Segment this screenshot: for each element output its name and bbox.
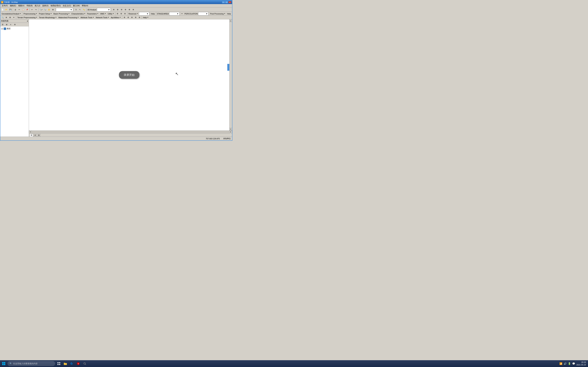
menu-watershed-processing[interactable]: Watershed Processing ▼ — [58, 16, 80, 19]
pan-btn[interactable]: ✋ — [47, 8, 51, 12]
menu-attribute-tools[interactable]: Attribute Tools ▼ — [80, 16, 95, 19]
contents-close-btn[interactable]: × — [27, 20, 28, 22]
record-start-button[interactable]: 录屏开始 — [119, 71, 139, 79]
geostatistical-arrow: ▼ — [20, 13, 21, 14]
ap-icon4[interactable]: ⚙ — [134, 16, 138, 19]
menu-aputilities[interactable]: ApUtilities ▼ — [110, 16, 122, 19]
utility-icon1[interactable]: ⚙ — [116, 12, 120, 16]
menu-bookmark[interactable]: 书签(B) — [25, 4, 34, 7]
map-area[interactable]: 录屏开始 ↖ — [29, 19, 229, 131]
postprocessing-label: Post Processing — [210, 13, 224, 15]
utility-icon2[interactable]: ⚙ — [120, 12, 123, 16]
tool2[interactable]: ⚙ — [116, 8, 120, 12]
menu-network-tools[interactable]: Network Tools ▼ — [95, 16, 110, 19]
menu-select[interactable]: 选择(S) — [41, 4, 50, 7]
redo-btn[interactable]: ↪ — [34, 8, 38, 12]
maximize-button[interactable]: □ — [225, 1, 228, 3]
menu-parameters[interactable]: Parameters ▼ — [86, 12, 99, 15]
scroll-down-btn[interactable]: ▼ — [230, 128, 232, 131]
tool6[interactable]: ⚙ — [131, 8, 135, 12]
menu-characteristics[interactable]: Characteristics ▼ — [70, 12, 86, 15]
open-btn[interactable]: 📂 — [5, 8, 8, 12]
cursor-indicator: ↖ — [175, 72, 179, 76]
arcmap-icon: A — [1, 1, 3, 3]
tool5[interactable]: ⚙ — [127, 8, 131, 12]
tool4[interactable]: ⚙ — [123, 8, 127, 12]
cut-btn[interactable]: ✂ — [17, 8, 21, 12]
save-btn[interactable]: 💾 — [9, 8, 12, 12]
terrain-icon4[interactable]: ✕ — [12, 16, 16, 19]
menu-terrain-morphology[interactable]: Terrain Morphology ▼ — [38, 16, 58, 19]
menu-utility[interactable]: Utility ▼ — [107, 12, 115, 15]
tool1[interactable]: ⚙ — [112, 8, 115, 12]
terrain-icon1[interactable]: 🔍 — [1, 16, 4, 19]
sep-g1 — [22, 12, 22, 15]
terrain-icon2[interactable]: ⊕ — [4, 16, 8, 19]
menu-geostatistical[interactable]: Geostatistical Analyst ▼ — [1, 12, 22, 15]
ap-icon5[interactable]: ⚙ — [138, 16, 141, 19]
menu-help-ext[interactable]: Help — [150, 12, 156, 15]
menu-help-post[interactable]: Help — [226, 12, 232, 15]
pencil-icon[interactable]: ✏ — [180, 12, 184, 16]
new-btn[interactable]: 📄 — [1, 8, 4, 12]
scale-dropdown[interactable]: ▼ — [56, 8, 73, 11]
close-button[interactable]: ✕ — [228, 1, 231, 3]
select-btn[interactable]: ↖ — [78, 8, 82, 12]
ap-icon1[interactable]: ⚙ — [122, 16, 126, 19]
menu-hms[interactable]: HMS ▼ — [99, 12, 107, 15]
contents-settings-btn[interactable]: ⚙ — [13, 23, 17, 26]
paste-btn[interactable]: 📌 — [25, 8, 29, 12]
basinprocessing-label: Basin Processing — [53, 13, 68, 15]
tab-source[interactable]: 来 — [33, 134, 37, 137]
menu-file[interactable]: 文件(F) — [1, 4, 9, 7]
menu-insert[interactable]: 插入(I) — [34, 4, 41, 7]
menu-geoprocessing[interactable]: 地理处理(G) — [50, 4, 62, 7]
menu-basinprocessing[interactable]: Basin Processing ▼ — [52, 12, 70, 15]
zoom-out-btn[interactable]: 🔍- — [43, 8, 47, 12]
sep-g2 — [115, 12, 115, 15]
tab-display[interactable]: 显 — [30, 134, 33, 137]
menu-help-terrain[interactable]: Help ▼ — [142, 16, 149, 19]
scroll-up-btn[interactable]: ▲ — [230, 19, 232, 22]
zoom-in-btn[interactable]: 🔍+ — [39, 8, 43, 12]
analyst-dropdown[interactable]: ▼ — [97, 8, 111, 11]
layer-expand-icon[interactable]: + — [1, 28, 3, 30]
identify-btn[interactable]: ℹ — [74, 8, 78, 12]
stage-area-dropdown[interactable]: ▼ — [169, 12, 180, 16]
menu-customize[interactable]: 自定义(C) — [62, 4, 72, 7]
scroll-left-btn[interactable]: ◄ — [29, 131, 32, 133]
tool3[interactable]: ⚙ — [120, 8, 123, 12]
copy-btn[interactable]: 📋 — [21, 8, 25, 12]
undo-btn[interactable]: ↩ — [30, 8, 34, 12]
zoom-full-btn[interactable]: ⊞ — [51, 8, 55, 12]
contents-icon-btn[interactable]: ⊞ — [5, 23, 9, 26]
menu-terrain-preprocessing[interactable]: Terrain Preprocessing ▼ — [17, 16, 38, 19]
scroll-track-h[interactable] — [32, 131, 229, 133]
toolbar-row-1: 📄 📂 💾 🖨 ✂ 📋 📌 ↩ ↪ 🔍+ 🔍- ✋ ⊞ ▼ ℹ ↖ 📏 3D A… — [0, 8, 232, 12]
blue-side-indicator[interactable] — [227, 64, 229, 71]
contents-detail-btn[interactable]: ≡ — [9, 23, 13, 26]
tab-search[interactable]: 搜 — [37, 134, 41, 137]
ap-icon2[interactable]: ⚙ — [126, 16, 130, 19]
menu-window[interactable]: 窗口(W) — [72, 4, 81, 7]
print-btn[interactable]: 🖨 — [13, 8, 17, 12]
menu-view[interactable]: 视图(V) — [17, 4, 26, 7]
contents-list-btn[interactable]: ☰ — [1, 23, 4, 26]
utility-icon3[interactable]: ⚙ — [123, 12, 127, 16]
reservoir-dropdown[interactable]: ▼ — [139, 12, 149, 16]
menu-reservoir[interactable]: Reservoir ▼ — [128, 12, 139, 15]
percolation-dropdown[interactable]: ▼ — [198, 12, 208, 16]
layer-item-root[interactable]: + 图层 — [1, 27, 28, 30]
measure-btn[interactable]: 📏 — [82, 8, 86, 12]
scroll-right-btn[interactable]: ► — [229, 131, 232, 133]
menu-projectsetup[interactable]: Project Setup ▼ — [38, 12, 52, 15]
ap-icon3[interactable]: ⚙ — [130, 16, 134, 19]
status-coordinates: 757.603 229.875 — [206, 138, 220, 140]
sep-t2 — [122, 16, 122, 19]
menu-preprocessing[interactable]: Preprocessing ▼ — [23, 12, 38, 15]
menu-postprocessing[interactable]: Post Processing ▼ — [209, 12, 226, 15]
minimize-button[interactable]: ─ — [222, 1, 225, 3]
terrain-icon3[interactable]: ⊞ — [8, 16, 12, 19]
menu-help[interactable]: 帮助(H) — [81, 4, 89, 7]
menu-edit[interactable]: 编辑(E) — [9, 4, 17, 7]
